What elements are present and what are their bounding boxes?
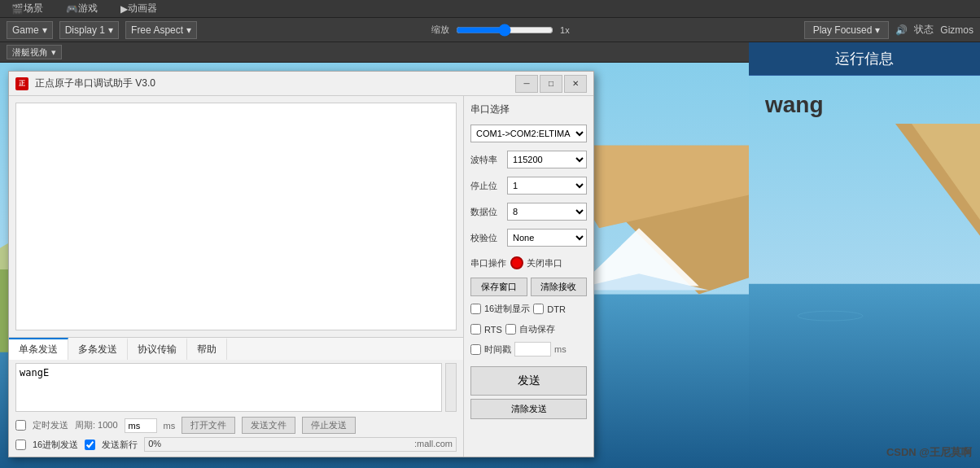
data-bit-row: 数据位 8 xyxy=(470,203,587,221)
info-background: wang CSDN @王尼莫啊 xyxy=(749,76,980,468)
period-input[interactable] xyxy=(125,418,157,433)
send-btn-area: 发送 清除发送 xyxy=(470,366,587,419)
dialog-icon-text: 正 xyxy=(19,79,25,88)
hex-display-label: 16进制显示 xyxy=(484,303,530,315)
gamepad-icon: 🎮 xyxy=(66,3,78,15)
aspect-dropdown[interactable]: Free Aspect ▾ xyxy=(125,21,197,39)
dialog-title: 正点原子串口调试助手 V3.0 xyxy=(35,77,509,90)
send-button[interactable]: 发送 xyxy=(470,366,587,396)
section-title-port: 串口选择 xyxy=(470,103,587,116)
timed-send-checkbox[interactable] xyxy=(15,420,26,431)
save-clear-row: 保存窗口 清除接收 xyxy=(470,278,587,296)
zoom-value: 1x xyxy=(560,25,570,35)
data-bit-select[interactable]: 8 xyxy=(507,203,587,221)
play-focused-button[interactable]: Play Focused ▾ xyxy=(804,21,890,39)
send-file-button[interactable]: 发送文件 xyxy=(242,417,295,434)
game-view-toolbar: 潜艇视角 ▾ xyxy=(0,42,749,63)
new-line-label: 发送新行 xyxy=(102,439,138,451)
main-toolbar: Game ▾ Display 1 ▾ Free Aspect ▾ 缩放 1x P… xyxy=(0,18,980,42)
rts-checkbox[interactable] xyxy=(470,324,481,335)
speaker-icon[interactable]: 🔊 xyxy=(895,24,908,36)
zoom-slider[interactable] xyxy=(456,24,553,37)
menu-animator[interactable]: ▶ 动画器 xyxy=(116,0,162,18)
toolbar-center: 缩放 1x xyxy=(203,24,798,37)
tab-protocol[interactable]: 协议传输 xyxy=(128,338,187,360)
data-bit-label: 数据位 xyxy=(470,206,507,218)
rts-label: RTS xyxy=(484,325,502,335)
dialog-left-panel: 单条发送 多条发送 协议传输 帮助 xyxy=(9,96,463,457)
baud-select[interactable]: 115200 xyxy=(507,151,587,168)
camera-view-arrow-icon: ▾ xyxy=(51,47,56,58)
stop-bit-select[interactable]: 1 xyxy=(507,177,587,195)
minimize-button[interactable]: ─ xyxy=(515,75,538,93)
camera-view-dropdown[interactable]: 潜艇视角 ▾ xyxy=(7,45,62,59)
auto-save-label: 自动保存 xyxy=(519,323,555,335)
dialog-app-icon: 正 xyxy=(15,77,28,90)
send-options-row1: 定时发送 周期: 1000 ms 打开文件 发送文件 xyxy=(15,415,457,435)
progress-url: :mall.com xyxy=(414,439,453,448)
main-area: 潜艇视角 ▾ xyxy=(0,42,980,468)
aspect-label: Free Aspect xyxy=(131,24,183,36)
status-label[interactable]: 状态 xyxy=(914,23,934,37)
timed-send-label: 定时发送 xyxy=(33,419,68,431)
toolbar-right: Play Focused ▾ 🔊 状态 Gizmos xyxy=(804,21,973,39)
game-dropdown[interactable]: Game ▾ xyxy=(7,21,53,39)
open-file-button[interactable]: 打开文件 xyxy=(182,417,235,434)
tab-single-send[interactable]: 单条发送 xyxy=(9,338,68,360)
timestamp-checkbox[interactable] xyxy=(470,344,481,355)
svg-rect-13 xyxy=(749,284,980,468)
tab-multi-send[interactable]: 多条发送 xyxy=(68,338,128,360)
hex-display-checkbox[interactable] xyxy=(470,304,481,314)
send-input-row xyxy=(15,363,457,412)
top-menubar: 🎬 场景 🎮 游戏 ▶ 动画器 xyxy=(0,0,980,18)
dialog-controls: ─ □ ✕ xyxy=(515,75,587,93)
game-label: Game xyxy=(12,24,39,36)
dtr-checkbox[interactable] xyxy=(533,304,544,314)
dialog-send-area: 定时发送 周期: 1000 ms 打开文件 发送文件 xyxy=(15,363,457,453)
timestamp-label: 时间戳 xyxy=(484,343,511,356)
parity-row: 校验位 None xyxy=(470,229,587,247)
port-op-label: 串口操作 xyxy=(470,257,507,269)
tab-help[interactable]: 帮助 xyxy=(187,338,227,360)
stop-send-button[interactable]: 停止发送 xyxy=(302,417,356,434)
save-window-button[interactable]: 保存窗口 xyxy=(470,278,527,296)
game-arrow-icon: ▾ xyxy=(42,24,47,36)
display-arrow-icon: ▾ xyxy=(108,24,113,36)
display-dropdown[interactable]: Display 1 ▾ xyxy=(59,21,119,39)
auto-save-checkbox[interactable] xyxy=(505,324,516,335)
play-icon: ▶ xyxy=(120,3,128,15)
play-focused-label: Play Focused xyxy=(813,24,873,36)
stop-bit-label: 停止位 xyxy=(470,180,507,192)
clear-send-button[interactable]: 清除发送 xyxy=(470,399,587,419)
hex-send-label: 16进制发送 xyxy=(33,439,78,451)
menu-scene[interactable]: 🎬 场景 xyxy=(7,0,48,18)
dtr-label: DTR xyxy=(547,304,566,314)
menu-game-label: 游戏 xyxy=(78,2,98,15)
rts-autosave-row: RTS 自动保存 xyxy=(470,323,587,335)
new-line-checkbox[interactable] xyxy=(85,440,95,450)
dialog-body: 单条发送 多条发送 协议传输 帮助 xyxy=(9,96,593,457)
time-value-input[interactable]: 1000 xyxy=(514,342,551,356)
close-button[interactable]: ✕ xyxy=(564,75,587,93)
info-panel: 运行信息 xyxy=(749,42,980,468)
port-op-row: 串口操作 关闭串口 xyxy=(470,256,587,269)
progress-bar-container: 0% :mall.com xyxy=(144,437,457,452)
menu-game[interactable]: 🎮 游戏 xyxy=(61,0,103,18)
gizmos-label[interactable]: Gizmos xyxy=(940,24,973,36)
send-options-row2: 16进制发送 发送新行 0% :mall.com xyxy=(15,435,457,453)
send-input[interactable] xyxy=(15,363,442,412)
parity-select[interactable]: None xyxy=(507,229,587,247)
send-scrollbar[interactable] xyxy=(445,363,457,412)
clear-recv-button[interactable]: 清除接收 xyxy=(531,278,588,296)
port-select[interactable]: COM1->COM2:ELTIMA Vir xyxy=(470,125,587,142)
zoom-label: 缩放 xyxy=(431,24,449,36)
baud-label: 波特率 xyxy=(470,154,507,166)
maximize-button[interactable]: □ xyxy=(540,75,562,93)
csdn-watermark: CSDN @王尼莫啊 xyxy=(886,445,972,460)
port-op-btn-label[interactable]: 关闭串口 xyxy=(527,257,562,269)
serial-dialog: 正 正点原子串口调试助手 V3.0 ─ □ ✕ xyxy=(8,71,594,457)
baud-row: 波特率 115200 xyxy=(470,151,587,168)
hex-send-checkbox[interactable] xyxy=(15,440,26,450)
menu-scene-label: 场景 xyxy=(24,2,43,15)
info-panel-title: 运行信息 xyxy=(749,42,980,76)
